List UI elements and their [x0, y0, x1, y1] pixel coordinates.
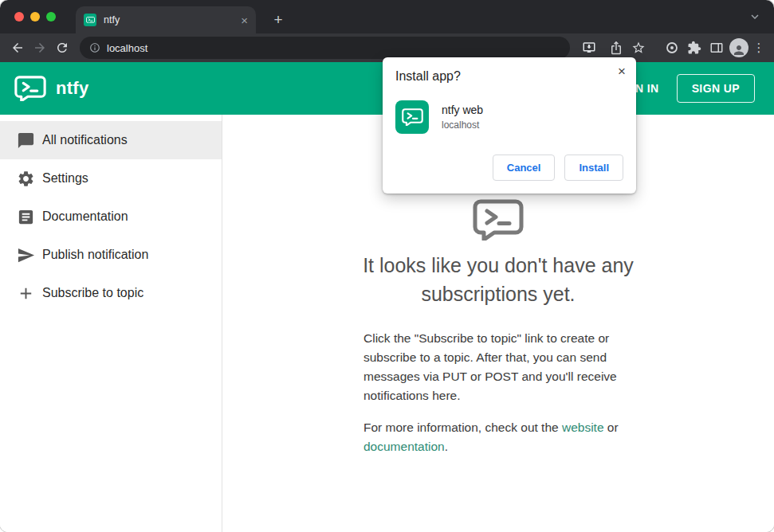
- documentation-link[interactable]: documentation: [363, 440, 445, 453]
- empty-state-paragraph: Click the "Subscribe to topic" link to c…: [363, 329, 633, 405]
- sidebar-item-all-notifications[interactable]: All notifications: [0, 121, 222, 159]
- window-minimize-button[interactable]: [30, 12, 40, 22]
- dialog-app-name: ntfy web: [442, 104, 483, 116]
- text-fragment: For more information, check out the: [363, 421, 562, 434]
- text-fragment: or: [604, 421, 619, 434]
- sidebar-item-settings[interactable]: Settings: [0, 159, 222, 198]
- reload-icon: [55, 41, 69, 55]
- window-close-button[interactable]: [14, 12, 24, 22]
- tab-search-chevron-icon[interactable]: [745, 8, 764, 27]
- extension-badge-icon[interactable]: [661, 37, 683, 59]
- reload-button[interactable]: [51, 37, 73, 59]
- dialog-close-icon[interactable]: ×: [618, 64, 626, 80]
- dialog-actions: Cancel Install: [395, 155, 623, 181]
- empty-state-text: Click the "Subscribe to topic" link to c…: [363, 329, 633, 456]
- sidebar-item-documentation[interactable]: Documentation: [0, 198, 222, 236]
- plus-icon: [17, 284, 35, 303]
- browser-tab-strip: ntfy × +: [0, 0, 774, 33]
- send-icon: [17, 246, 35, 264]
- tab-close-icon[interactable]: ×: [241, 14, 248, 26]
- install-app-dialog: Install app? × ntfy web localhost Cancel…: [383, 57, 636, 194]
- empty-state-title: It looks like you don't have any subscri…: [327, 252, 670, 308]
- chat-bubble-icon: [17, 131, 35, 150]
- sidebar: All notifications Settings Documentation…: [0, 115, 222, 532]
- empty-state-links-paragraph: For more information, check out the webs…: [363, 418, 633, 456]
- sidebar-item-label: All notifications: [42, 133, 128, 147]
- tab-favicon-ntfy-icon: [84, 14, 96, 26]
- browser-window: ntfy × + localhost: [0, 0, 774, 532]
- install-app-toolbar-icon[interactable]: [576, 37, 602, 58]
- ntfy-empty-state-logo-icon: [473, 199, 524, 241]
- gear-icon: [17, 170, 35, 188]
- side-panel-icon[interactable]: [705, 37, 728, 59]
- sidebar-item-publish-notification[interactable]: Publish notification: [0, 236, 222, 274]
- dialog-app-row: ntfy web localhost: [395, 100, 623, 134]
- website-link[interactable]: website: [562, 421, 604, 434]
- new-tab-button[interactable]: +: [268, 9, 289, 29]
- url-text: localhost: [107, 42, 147, 54]
- sidebar-item-label: Documentation: [42, 209, 128, 224]
- site-info-icon[interactable]: [89, 42, 100, 53]
- back-button[interactable]: [6, 37, 29, 59]
- sidebar-item-label: Subscribe to topic: [42, 286, 143, 300]
- forward-button[interactable]: [29, 37, 51, 59]
- address-bar[interactable]: localhost: [80, 37, 570, 59]
- app-title: ntfy: [56, 78, 89, 99]
- forward-arrow-icon: [33, 41, 47, 55]
- dialog-app-icon: [395, 100, 429, 134]
- dialog-app-origin: localhost: [442, 119, 483, 131]
- avatar-person-icon: [729, 38, 748, 57]
- text-fragment: .: [445, 440, 448, 453]
- traffic-lights: [14, 12, 56, 22]
- dialog-title: Install app?: [395, 69, 623, 84]
- bookmark-star-icon[interactable]: [627, 37, 650, 59]
- sidebar-item-label: Settings: [42, 171, 88, 186]
- share-icon[interactable]: [605, 37, 627, 59]
- sidebar-item-label: Publish notification: [42, 248, 148, 262]
- back-arrow-icon: [10, 41, 25, 55]
- window-zoom-button[interactable]: [46, 12, 56, 22]
- install-button[interactable]: Install: [564, 155, 623, 181]
- sidebar-item-subscribe-to-topic[interactable]: Subscribe to topic: [0, 274, 222, 312]
- profile-avatar[interactable]: [728, 37, 750, 59]
- article-icon: [17, 208, 35, 226]
- browser-tab-ntfy[interactable]: ntfy ×: [76, 6, 256, 33]
- tab-title: ntfy: [104, 14, 234, 25]
- browser-menu-kebab-icon[interactable]: ⋮: [750, 37, 768, 59]
- cancel-button[interactable]: Cancel: [493, 155, 556, 181]
- extensions-puzzle-icon[interactable]: [683, 37, 705, 59]
- sign-up-button[interactable]: SIGN UP: [677, 74, 755, 103]
- ntfy-logo-icon: [14, 76, 46, 102]
